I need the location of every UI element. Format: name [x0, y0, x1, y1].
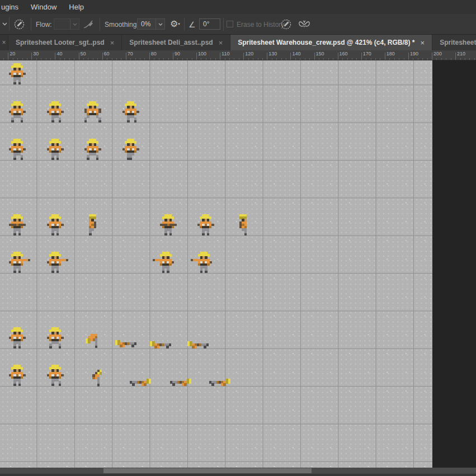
ruler-tick-minor — [394, 58, 395, 60]
ruler-tick-minor — [422, 58, 423, 60]
ruler-tick-minor — [112, 58, 112, 60]
ruler-tick-minor — [333, 58, 333, 60]
ruler-tick-minor — [253, 58, 253, 60]
ruler-tick-minor — [135, 58, 136, 60]
paint-symmetry-button[interactable] — [298, 18, 310, 30]
document-tab-1[interactable]: Spritesheet Deli_asst..psd× — [122, 35, 230, 50]
document-tab-0[interactable]: Spritesheet Looter_sgt..psd× — [8, 35, 121, 50]
tab-label: Spritesheet Warehouse_crew.psd @ 421% (c… — [238, 39, 414, 46]
ruler-tick-major — [220, 53, 220, 60]
ruler-tick-major — [361, 53, 362, 60]
ruler-tick-major — [149, 53, 150, 60]
ruler-tick-major — [8, 53, 8, 60]
brush-preset-dropdown[interactable] — [0, 17, 10, 31]
airbrush-pressure-icon — [280, 18, 292, 30]
ruler-tick-minor — [389, 58, 390, 60]
smoothing-options-button[interactable]: ⚙▾ — [170, 18, 180, 30]
ruler-tick-minor — [248, 58, 249, 60]
flow-combo[interactable] — [54, 18, 79, 30]
ruler-tick-minor — [41, 58, 41, 60]
tab-label: Spritesheet Looter_sgt..psd — [16, 39, 105, 46]
pressure-opacity-button[interactable] — [83, 19, 94, 30]
ruler-label: 90 — [175, 51, 180, 56]
ruler-tick-minor — [295, 58, 296, 60]
chevron-down-icon — [70, 19, 79, 29]
ruler-tick-minor — [116, 58, 117, 60]
menu-item-window[interactable]: Window — [25, 0, 63, 14]
canvas-area[interactable] — [0, 60, 432, 468]
ruler-tick-minor — [356, 58, 357, 60]
gear-icon: ⚙ — [170, 19, 178, 29]
smoothing-combo[interactable]: 0% — [137, 18, 165, 30]
ruler-tick-minor — [328, 58, 329, 60]
ruler-label: 160 — [340, 51, 348, 56]
ruler-tick-minor — [177, 58, 178, 60]
ruler-tick-minor — [168, 58, 169, 60]
ruler-tick-minor — [36, 58, 37, 60]
erase-to-history-checkbox[interactable] — [227, 21, 233, 27]
tab-label: Spritesheet Deli_asst..psd — [129, 39, 213, 46]
brush-angle-field[interactable]: 0° — [199, 18, 220, 30]
chevron-down-icon — [2, 22, 7, 26]
tool-options-bar: Flow: Smoothing: 0% ⚙▾ ∠ 0° Erase to His… — [0, 14, 476, 35]
ruler-tick-minor — [121, 58, 121, 60]
ruler-tick-minor — [130, 58, 131, 60]
ruler-tick-major — [432, 53, 432, 60]
menu-bar: uginsWindowHelp — [0, 0, 476, 14]
ruler-tick-major — [79, 53, 79, 60]
document-tab-bar: ×Spritesheet Looter_sgt..psd×Spritesheet… — [0, 35, 476, 50]
ruler-label: 70 — [128, 51, 133, 56]
close-icon[interactable]: × — [219, 39, 223, 47]
ruler-tick-minor — [366, 58, 366, 60]
horizontal-scrollbar-track[interactable] — [0, 468, 476, 474]
menu-item-ugins[interactable]: ugins — [0, 0, 25, 14]
ruler-tick-minor — [234, 58, 234, 60]
toolbar-separator — [184, 18, 185, 31]
ruler-tick-minor — [469, 58, 470, 60]
ruler-tick-minor — [215, 58, 216, 60]
menu-item-help[interactable]: Help — [63, 0, 90, 14]
ruler-tick-minor — [17, 58, 18, 60]
ruler-tick-major — [173, 53, 173, 60]
ruler-tick-major — [408, 53, 409, 60]
airbrush-pressure-button[interactable] — [280, 18, 292, 30]
document-viewport — [0, 60, 476, 468]
close-icon[interactable]: × — [110, 39, 115, 47]
ruler-tick-minor — [88, 58, 88, 60]
ruler-label: 30 — [33, 51, 39, 56]
ruler-label: 50 — [81, 51, 86, 56]
ruler-tick-minor — [258, 58, 258, 60]
ruler-tick-minor — [309, 58, 310, 60]
ruler-tick-minor — [22, 58, 23, 60]
ruler-label: 180 — [387, 51, 395, 56]
ruler-tick-minor — [413, 58, 413, 60]
ruler-label: 190 — [410, 51, 418, 56]
ruler-tick-major — [55, 53, 55, 60]
tab-close-partial[interactable]: × — [0, 35, 8, 50]
ruler-tick-minor — [276, 58, 277, 60]
document-tab-3[interactable]: Spritesheet Tech_asst..psd× — [432, 35, 476, 50]
ruler-tick-minor — [451, 58, 451, 60]
ruler-tick-major — [102, 53, 103, 60]
angle-icon: ∠ — [188, 20, 196, 29]
ruler-tick-minor — [13, 58, 13, 60]
ruler-tick-minor — [64, 58, 65, 60]
airbrush-toggle-button[interactable] — [13, 18, 25, 30]
ruler-tick-minor — [182, 58, 183, 60]
ruler-tick-minor — [399, 58, 399, 60]
ruler-label: 60 — [104, 51, 110, 56]
window-bottom-edge — [0, 474, 476, 476]
document-tab-2[interactable]: Spritesheet Warehouse_crew.psd @ 421% (c… — [230, 35, 432, 50]
ruler-tick-minor — [46, 58, 46, 60]
close-icon[interactable]: × — [421, 39, 425, 47]
ruler-label: 40 — [56, 51, 62, 56]
ruler-tick-minor — [27, 58, 27, 60]
ruler-tick-minor — [375, 58, 376, 60]
ruler-tick-major — [126, 53, 126, 60]
erase-to-history-label: Erase to History — [237, 21, 284, 29]
toolbar-separator — [223, 18, 224, 31]
ruler-label: 150 — [316, 51, 324, 56]
horizontal-scrollbar-thumb[interactable] — [103, 468, 312, 473]
ruler-tick-minor — [201, 58, 201, 60]
ruler-label: 140 — [292, 51, 300, 56]
